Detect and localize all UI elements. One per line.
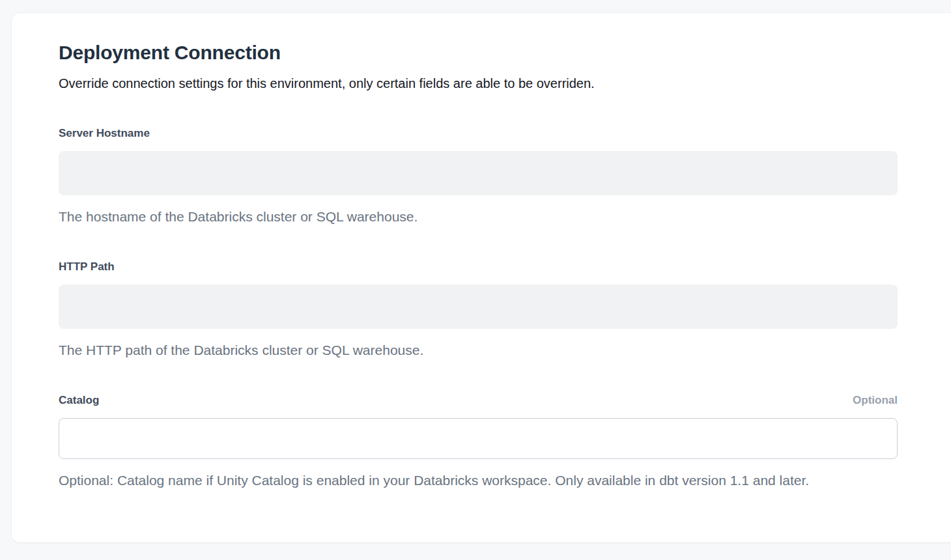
http-path-label: HTTP Path xyxy=(59,260,115,273)
catalog-label: Catalog xyxy=(59,394,99,407)
label-row: Server Hostname xyxy=(59,127,898,140)
label-row: Catalog Optional xyxy=(59,394,898,407)
page-title: Deployment Connection xyxy=(59,42,898,64)
card-content: Deployment Connection Override connectio… xyxy=(59,13,898,488)
http-path-helper-text: The HTTP path of the Databricks cluster … xyxy=(59,343,898,358)
catalog-input[interactable] xyxy=(59,418,898,459)
server-hostname-input xyxy=(59,151,898,195)
field-group-http-path: HTTP Path The HTTP path of the Databrick… xyxy=(59,260,898,358)
catalog-helper-text: Optional: Catalog name if Unity Catalog … xyxy=(59,473,898,488)
field-group-server-hostname: Server Hostname The hostname of the Data… xyxy=(59,127,898,225)
http-path-input xyxy=(59,285,898,329)
server-hostname-label: Server Hostname xyxy=(59,127,150,140)
server-hostname-helper-text: The hostname of the Databricks cluster o… xyxy=(59,209,898,225)
deployment-connection-card: Deployment Connection Override connectio… xyxy=(12,13,951,542)
label-row: HTTP Path xyxy=(59,260,898,273)
field-group-catalog: Catalog Optional Optional: Catalog name … xyxy=(59,394,898,488)
page-subtitle: Override connection settings for this en… xyxy=(59,76,898,91)
catalog-optional-badge: Optional xyxy=(853,394,898,407)
